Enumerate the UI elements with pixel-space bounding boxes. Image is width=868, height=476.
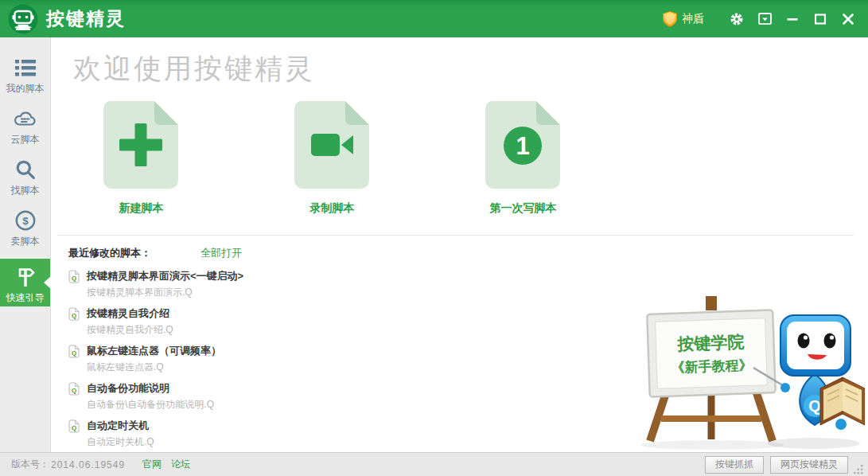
list-icon bbox=[0, 55, 50, 80]
script-filename: 按键精灵自我介绍.Q bbox=[87, 323, 173, 337]
shield-icon bbox=[663, 11, 677, 27]
record-script-button[interactable]: 录制脚本 bbox=[294, 101, 370, 216]
action-label: 录制脚本 bbox=[294, 201, 370, 216]
board-line1: 按键学院 bbox=[676, 333, 745, 353]
titlebar: 按键精灵 神盾 bbox=[0, 0, 868, 37]
script-title: 鼠标左键连点器（可调频率） bbox=[87, 344, 221, 358]
action-label: 第一次写脚本 bbox=[485, 201, 561, 216]
script-filename: 按键精灵脚本界面演示.Q bbox=[87, 286, 243, 299]
sidebar-item-sell-scripts[interactable]: $ 卖脚本 bbox=[0, 208, 50, 259]
script-file-icon: Q bbox=[68, 307, 80, 321]
sidebar-item-label: 找脚本 bbox=[0, 184, 50, 197]
svg-text:Q: Q bbox=[72, 312, 76, 319]
sidebar-item-cloud-scripts[interactable]: 云脚本 bbox=[0, 106, 50, 157]
web-anjian-button[interactable]: 网页按键精灵 bbox=[770, 456, 848, 474]
script-file-icon: Q bbox=[68, 419, 80, 433]
settings-gear-icon[interactable] bbox=[725, 7, 749, 31]
svg-text:Q: Q bbox=[72, 275, 76, 282]
sidebar-item-label: 快速引导 bbox=[0, 291, 50, 305]
sidebar-item-my-scripts[interactable]: 我的脚本 bbox=[0, 55, 50, 106]
badge-one: 1 bbox=[516, 132, 529, 160]
shield-badge[interactable]: 神盾 bbox=[663, 11, 704, 27]
titlebar-controls: 神盾 bbox=[663, 7, 868, 31]
record-camera-document-icon bbox=[294, 101, 370, 189]
version-value: 2014.06.19549 bbox=[51, 459, 125, 470]
maximize-icon[interactable] bbox=[808, 7, 832, 31]
new-script-button[interactable]: 新建脚本 bbox=[103, 101, 179, 216]
resize-grip[interactable] bbox=[853, 464, 863, 474]
main-content: 欢迎使用按键精灵 新建脚本 录制脚本 bbox=[51, 37, 868, 452]
board-line2: 《新手教程》 bbox=[671, 357, 753, 376]
app-logo-icon bbox=[8, 4, 38, 34]
version-label: 版本号： bbox=[11, 458, 49, 471]
sidebar-item-label: 卖脚本 bbox=[0, 235, 50, 248]
tray-icon[interactable] bbox=[753, 7, 777, 31]
close-icon[interactable] bbox=[836, 7, 860, 31]
first-script-document-icon: 1 bbox=[485, 101, 561, 189]
official-site-link[interactable]: 官网 bbox=[142, 458, 162, 471]
svg-text:Q: Q bbox=[72, 349, 76, 357]
svg-text:Q: Q bbox=[72, 424, 76, 431]
quick-actions: 新建脚本 录制脚本 1 第一次写脚本 bbox=[103, 101, 868, 216]
shield-label: 神盾 bbox=[682, 12, 704, 26]
first-script-button[interactable]: 1 第一次写脚本 bbox=[485, 101, 561, 216]
statusbar: 版本号： 2014.06.19549 官网 论坛 按键抓抓 网页按键精灵 bbox=[0, 452, 868, 476]
sidebar: 我的脚本 云脚本 找脚本 bbox=[0, 37, 51, 452]
sidebar-item-label: 云脚本 bbox=[0, 133, 50, 146]
script-file-icon: Q bbox=[68, 270, 80, 283]
sidebar-item-find-scripts[interactable]: 找脚本 bbox=[0, 157, 50, 208]
robot-q-letter: Q bbox=[808, 397, 821, 415]
app-title: 按键精灵 bbox=[46, 6, 126, 31]
forum-link[interactable]: 论坛 bbox=[171, 458, 190, 471]
welcome-title: 欢迎使用按键精灵 bbox=[73, 50, 868, 88]
sidebar-item-quick-guide[interactable]: 快速引导 bbox=[0, 259, 50, 306]
book bbox=[820, 377, 865, 430]
signpost-icon bbox=[0, 264, 50, 290]
script-title: 按键精灵脚本界面演示<一键启动> bbox=[87, 269, 243, 283]
script-filename: 鼠标左键连点器.Q bbox=[87, 361, 221, 374]
sidebar-item-label: 我的脚本 bbox=[0, 82, 50, 96]
key-capture-button[interactable]: 按键抓抓 bbox=[705, 456, 764, 474]
script-file-icon: Q bbox=[68, 345, 80, 358]
script-title: 自动定时关机 bbox=[87, 419, 154, 433]
dollar-glyph: $ bbox=[22, 215, 29, 227]
script-title: 自动备份功能说明 bbox=[87, 381, 214, 396]
svg-text:Q: Q bbox=[72, 387, 76, 394]
search-icon bbox=[0, 157, 50, 182]
app-window: 按键精灵 神盾 bbox=[0, 0, 868, 476]
mascot-illustration: 按键学院 《新手教程》 Q bbox=[633, 295, 865, 451]
recent-scripts-header: 最近修改的脚本： bbox=[68, 246, 151, 260]
script-filename: 自动定时关机.Q bbox=[87, 435, 154, 449]
coin-icon: $ bbox=[0, 208, 50, 233]
open-all-link[interactable]: 全部打开 bbox=[200, 246, 242, 260]
action-label: 新建脚本 bbox=[103, 201, 179, 216]
script-title: 按键精灵自我介绍 bbox=[87, 306, 173, 321]
minimize-icon[interactable] bbox=[780, 7, 804, 31]
script-file-icon: Q bbox=[68, 382, 80, 396]
new-script-document-icon bbox=[103, 101, 179, 189]
script-filename: 自动备份\自动备份功能说明.Q bbox=[87, 398, 214, 412]
cloud-icon bbox=[0, 106, 50, 131]
